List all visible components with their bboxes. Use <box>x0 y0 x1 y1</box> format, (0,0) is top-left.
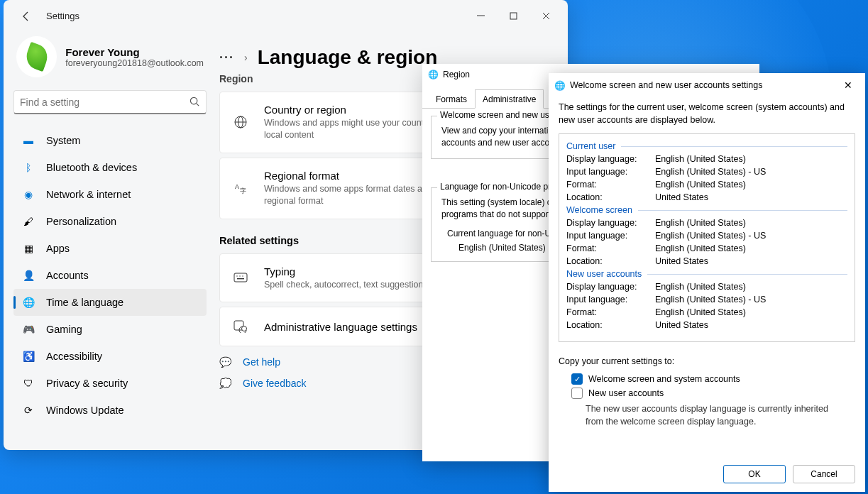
svg-text:字: 字 <box>240 187 246 194</box>
sidebar-item-gaming[interactable]: 🎮Gaming <box>13 316 207 343</box>
user-email: foreveryoung201818@outlook.com <box>65 58 204 68</box>
svg-rect-9 <box>234 273 247 282</box>
person-icon: 👤 <box>22 269 35 282</box>
section-welcome-screen: Welcome screen <box>559 204 855 216</box>
page-title: Language & region <box>258 46 438 69</box>
system-icon: ▬ <box>22 134 35 147</box>
minimize-button[interactable] <box>464 5 497 28</box>
sidebar-item-accessibility[interactable]: ♿Accessibility <box>13 343 207 370</box>
update-icon: ⟳ <box>22 404 35 417</box>
svg-point-2 <box>190 97 197 104</box>
sidebar-item-accounts[interactable]: 👤Accounts <box>13 262 207 289</box>
chevron-right-icon: › <box>244 52 248 63</box>
user-profile[interactable]: Forever Young foreveryoung201818@outlook… <box>13 32 207 90</box>
welcome-dialog: 🌐 Welcome screen and new user accounts s… <box>549 73 865 492</box>
accessibility-icon: ♿ <box>22 350 35 363</box>
feedback-icon: 💭 <box>219 378 231 389</box>
admin-icon <box>233 319 248 334</box>
section-current-user: Current user <box>559 140 855 153</box>
globe-icon: 🌐 <box>554 80 566 91</box>
cancel-button[interactable]: Cancel <box>793 465 855 483</box>
gamepad-icon: 🎮 <box>22 323 35 336</box>
window-title: Settings <box>46 11 79 21</box>
new-user-note: The new user accounts display language i… <box>559 400 855 428</box>
titlebar: Settings <box>4 0 568 32</box>
dialog-close-button[interactable]: ✕ <box>837 74 859 97</box>
svg-line-3 <box>197 104 199 106</box>
copy-settings-label: Copy your current settings to: <box>559 356 855 366</box>
section-new-user: New user accounts <box>559 268 855 280</box>
svg-point-11 <box>239 276 240 277</box>
svg-point-15 <box>242 326 247 331</box>
search-input[interactable] <box>13 90 207 114</box>
sidebar-item-time-language[interactable]: 🌐Time & language <box>13 289 207 316</box>
globe-clock-icon: 🌐 <box>22 296 35 309</box>
checkbox-icon: ✓ <box>571 373 583 385</box>
bluetooth-icon: ᛒ <box>22 161 35 174</box>
checkbox-welcome-system[interactable]: ✓ Welcome screen and system accounts <box>559 372 855 386</box>
globe-icon <box>233 114 248 130</box>
dialog-titlebar: 🌐 Welcome screen and new user accounts s… <box>549 73 865 97</box>
sidebar-item-update[interactable]: ⟳Windows Update <box>13 397 207 424</box>
tab-administrative[interactable]: Administrative <box>475 89 544 109</box>
sidebar-item-network[interactable]: ◉Network & internet <box>13 181 207 208</box>
back-button[interactable] <box>15 5 38 28</box>
sidebar: Forever Young foreveryoung201818@outlook… <box>4 32 216 450</box>
sidebar-item-bluetooth[interactable]: ᛒBluetooth & devices <box>13 154 207 181</box>
sidebar-item-apps[interactable]: ▦Apps <box>13 235 207 262</box>
breadcrumb-ellipsis[interactable]: ··· <box>219 50 234 65</box>
ok-button[interactable]: OK <box>723 465 786 483</box>
svg-text:A: A <box>235 183 239 190</box>
search-icon <box>189 97 200 107</box>
dialog-info: The settings for the current user, welco… <box>559 101 855 126</box>
leaf-icon <box>23 42 51 72</box>
svg-rect-13 <box>237 278 244 279</box>
svg-point-12 <box>242 276 243 277</box>
help-icon: 💬 <box>219 356 231 368</box>
sidebar-item-privacy[interactable]: 🛡Privacy & security <box>13 370 207 397</box>
user-name: Forever Young <box>65 46 204 58</box>
language-icon: A字 <box>233 180 248 196</box>
keyboard-icon <box>233 270 248 285</box>
svg-rect-1 <box>510 13 517 19</box>
tab-formats[interactable]: Formats <box>428 89 475 108</box>
search-field[interactable] <box>20 97 189 108</box>
checkbox-new-user[interactable]: New user accounts <box>559 386 855 400</box>
checkbox-icon <box>571 388 583 399</box>
sidebar-item-system[interactable]: ▬System <box>13 127 207 154</box>
wifi-icon: ◉ <box>22 188 35 201</box>
globe-icon: 🌐 <box>428 70 439 79</box>
maximize-button[interactable] <box>497 5 529 28</box>
svg-point-10 <box>236 276 237 277</box>
close-button[interactable] <box>529 5 562 28</box>
brush-icon: 🖌 <box>22 215 35 228</box>
shield-icon: 🛡 <box>22 377 35 390</box>
avatar <box>16 36 57 77</box>
settings-groupbox: Current user Display language:English (U… <box>559 133 855 342</box>
apps-icon: ▦ <box>22 242 35 255</box>
sidebar-item-personalization[interactable]: 🖌Personalization <box>13 208 207 235</box>
